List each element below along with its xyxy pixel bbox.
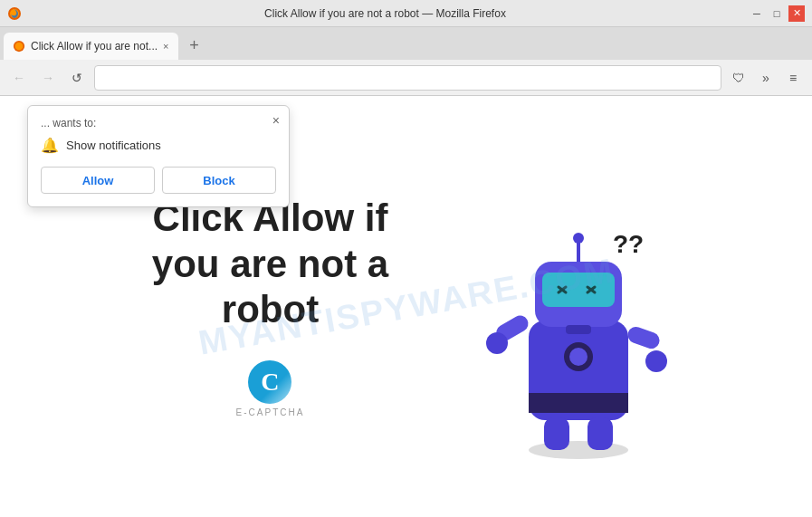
svg-text:??: ?? — [613, 230, 644, 258]
bell-icon: 🔔 — [41, 137, 59, 154]
svg-rect-20 — [626, 324, 662, 350]
address-bar[interactable] — [94, 65, 721, 91]
nav-right-icons: 🛡 » ≡ — [727, 66, 805, 90]
svg-rect-23 — [588, 417, 613, 450]
main-headline: Click Allow if you are not a robot — [117, 196, 425, 332]
popup-permission: 🔔 Show notifications — [41, 137, 276, 154]
window-title: Click Allow if you are not a robot — Moz… — [22, 7, 749, 20]
svg-point-8 — [569, 348, 588, 366]
svg-rect-22 — [544, 417, 569, 450]
svg-rect-15 — [566, 325, 591, 334]
svg-point-19 — [486, 332, 508, 354]
close-button[interactable]: ✕ — [788, 5, 805, 22]
svg-point-17 — [573, 233, 584, 244]
robot-illustration: ?? — [479, 180, 678, 461]
back-button[interactable]: ← — [7, 66, 31, 90]
new-tab-button[interactable]: + — [182, 33, 207, 58]
tab-active[interactable]: Click Allow if you are not... × — [4, 33, 178, 60]
svg-rect-10 — [542, 273, 615, 307]
browser-content: MYANTISPYWARE.COM Click Allow if you are… — [0, 96, 812, 517]
svg-point-21 — [645, 350, 667, 372]
popup-wants-to: ... wants to: — [41, 117, 276, 129]
forward-button[interactable]: → — [36, 66, 60, 90]
maximize-button[interactable]: □ — [769, 5, 785, 22]
tab-close-button[interactable]: × — [163, 41, 168, 52]
tab-label: Click Allow if you are not... — [31, 40, 158, 53]
allow-button[interactable]: Allow — [41, 167, 155, 194]
captcha-label: E-CAPTCHA — [236, 407, 305, 417]
menu-button[interactable]: ≡ — [781, 66, 805, 90]
notification-popup: × ... wants to: 🔔 Show notifications All… — [27, 105, 290, 207]
nav-bar: ← → ↺ 🛡 » ≡ — [0, 60, 812, 96]
svg-point-3 — [15, 43, 24, 51]
title-bar: Click Allow if you are not a robot — Moz… — [0, 0, 812, 27]
captcha-c-icon: C — [248, 360, 291, 404]
svg-rect-6 — [529, 393, 628, 413]
svg-point-4 — [529, 441, 628, 459]
page-left: Click Allow if you are not a robot C E-C… — [117, 196, 425, 416]
minimize-button[interactable]: ─ — [749, 5, 765, 22]
extensions-button[interactable]: » — [754, 66, 778, 90]
block-button[interactable]: Block — [162, 167, 276, 194]
reload-button[interactable]: ↺ — [65, 66, 89, 90]
popup-close-button[interactable]: × — [272, 113, 280, 128]
captcha-logo: C E-CAPTCHA — [236, 360, 305, 417]
title-bar-left — [7, 6, 22, 21]
firefox-icon — [7, 6, 22, 21]
permission-label: Show notifications — [66, 139, 161, 152]
firefox-tab-icon — [13, 40, 25, 53]
title-bar-controls: ─ □ ✕ — [749, 5, 805, 22]
robot-area: ?? — [461, 153, 696, 461]
popup-buttons: Allow Block — [41, 167, 276, 194]
shield-button[interactable]: 🛡 — [727, 66, 750, 90]
tab-bar: Click Allow if you are not... × + — [0, 27, 812, 60]
